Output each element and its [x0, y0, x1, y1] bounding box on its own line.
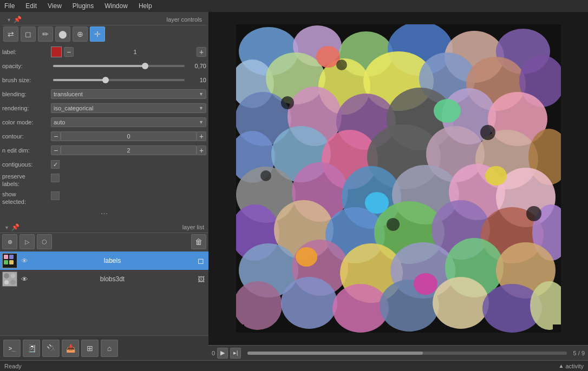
show-selected-container	[51, 190, 206, 200]
svg-point-7	[11, 274, 15, 278]
opacity-value: 0,70	[187, 63, 206, 69]
label-color-swatch[interactable]	[51, 47, 62, 57]
layer-item-labels[interactable]: 👁 labels ◻	[0, 251, 208, 270]
status-text: Ready	[4, 363, 22, 369]
blobs3dt-layer-name: blobs3dt	[31, 275, 193, 283]
label-decrement-btn[interactable]: −	[64, 47, 74, 57]
shuffle-tool-btn[interactable]: ⇄	[3, 27, 18, 42]
svg-point-69	[281, 96, 294, 109]
opacity-label: opacity:	[2, 63, 51, 69]
plugin-btn[interactable]: 🔌	[42, 340, 60, 357]
collapse-layers-btn[interactable]: ▾	[2, 223, 11, 231]
blending-container: translucent ▼	[51, 89, 206, 99]
svg-point-9	[10, 280, 16, 285]
n-edit-dim-increment-btn[interactable]: +	[197, 145, 206, 155]
menu-plugins[interactable]: Plugins	[70, 1, 96, 11]
delete-layer-btn[interactable]: 🗑	[191, 234, 206, 249]
color-mode-container: auto ▼	[51, 117, 206, 127]
fill-tool-btn[interactable]: ⬤	[55, 27, 70, 42]
svg-point-74	[526, 206, 541, 221]
tools-toolbar: ⇄ ◻ ✏ ⬤ ⊕ ✛	[2, 25, 206, 43]
picker-tool-btn[interactable]: ⊕	[73, 27, 88, 42]
contour-container: − 0 +	[51, 131, 206, 141]
svg-rect-2	[9, 255, 14, 259]
menu-view[interactable]: View	[45, 1, 64, 11]
layer-list-header: ▾ 📌 layer list	[0, 222, 208, 233]
grid-btn[interactable]: ⊞	[81, 340, 99, 357]
svg-rect-75	[236, 24, 244, 32]
svg-point-72	[387, 218, 400, 231]
menu-window[interactable]: Window	[102, 1, 130, 11]
console-btn[interactable]: >_	[3, 340, 21, 357]
contour-decrement-btn[interactable]: −	[51, 131, 61, 141]
activity-button[interactable]: ▲ activity	[558, 363, 584, 369]
rendering-dropdown[interactable]: iso_categorical ▼	[51, 103, 206, 113]
home-btn[interactable]: ⌂	[101, 340, 118, 357]
canvas-container[interactable]	[208, 12, 588, 345]
more-controls-dots[interactable]: ···	[2, 208, 206, 220]
timeline-scrubber[interactable]	[247, 352, 566, 355]
new-shapes-layer-btn[interactable]: ▷	[19, 234, 35, 249]
label-increment-btn[interactable]: +	[197, 47, 206, 57]
contour-increment-btn[interactable]: +	[197, 131, 206, 141]
svg-point-73	[260, 170, 271, 181]
blending-row: blending: translucent ▼	[2, 88, 206, 100]
new-labels-layer-btn[interactable]: ⬡	[37, 234, 52, 249]
blobs3dt-visibility-icon[interactable]: 👁	[19, 274, 29, 284]
preserve-labels-checkbox[interactable]	[51, 174, 60, 182]
blending-dropdown[interactable]: translucent ▼	[51, 89, 206, 99]
timeline-next-btn[interactable]: ▸|	[230, 348, 241, 359]
opacity-slider[interactable]	[53, 65, 185, 67]
new-points-layer-btn[interactable]: ⊕	[2, 234, 17, 249]
menu-edit[interactable]: Edit	[23, 1, 39, 11]
color-mode-dropdown[interactable]: auto ▼	[51, 117, 206, 127]
brush-size-value: 10	[187, 77, 206, 83]
rendering-value: iso_categorical	[54, 105, 93, 111]
contour-value: 0	[61, 131, 197, 141]
contiguous-checkbox[interactable]: ✓	[51, 160, 60, 169]
layer-list-title: layer list	[19, 224, 206, 230]
brush-size-container: 10	[51, 77, 206, 83]
menu-file[interactable]: File	[2, 1, 17, 11]
move-tool-btn[interactable]: ✛	[90, 27, 105, 42]
n-edit-dim-label: n edit dim:	[2, 147, 51, 154]
erase-tool-btn[interactable]: ◻	[21, 27, 36, 42]
color-mode-row: color mode: auto ▼	[2, 116, 206, 128]
contour-row: contour: − 0 +	[2, 130, 206, 142]
n-edit-dim-value: 2	[61, 145, 197, 155]
layer-controls-panel: ▾ 📌 layer controls ⇄ ◻ ✏ ⬤ ⊕ ✛ label: − …	[0, 12, 208, 222]
labels-visibility-icon[interactable]: 👁	[19, 256, 29, 266]
brush-size-label: brush size:	[2, 77, 51, 83]
timeline-play-btn[interactable]: ▶	[217, 348, 228, 359]
menu-help[interactable]: Help	[136, 1, 154, 11]
brush-size-slider[interactable]	[53, 79, 185, 81]
n-edit-dim-decrement-btn[interactable]: −	[51, 145, 61, 155]
preserve-labels-label: preservelabels:	[2, 173, 51, 188]
opacity-row: opacity: 0,70	[2, 60, 206, 72]
collapse-controls-btn[interactable]: ▾	[4, 15, 13, 24]
contiguous-label: contiguous:	[2, 161, 51, 168]
svg-point-60	[433, 277, 489, 329]
rendering-label: rendering:	[2, 105, 51, 111]
pin-layers-btn[interactable]: 📌	[11, 223, 19, 231]
layer-thumb-labels	[2, 253, 17, 268]
pin-controls-btn[interactable]: 📌	[13, 15, 22, 24]
notebook-btn[interactable]: 📓	[23, 340, 40, 357]
label-label: label:	[2, 49, 51, 55]
show-selected-checkbox[interactable]	[51, 191, 60, 200]
color-mode-value: auto	[54, 119, 65, 125]
layer-list-panel: ▾ 📌 layer list ⊕ ▷ ⬡ 🗑	[0, 222, 208, 335]
import-btn[interactable]: 📥	[62, 340, 79, 357]
color-mode-arrow-icon: ▼	[199, 120, 204, 125]
blending-value: translucent	[54, 91, 83, 97]
opacity-value-container: 0,70	[51, 63, 206, 69]
show-selected-row: showselected:	[2, 190, 206, 206]
pencil-tool-btn[interactable]: ✏	[38, 27, 53, 42]
svg-rect-1	[4, 255, 8, 259]
bottom-toolbar: >_ 📓 🔌 📥 ⊞ ⌂	[0, 335, 208, 360]
label-value: 1	[74, 49, 197, 55]
label-row: label: − 1 +	[2, 46, 206, 58]
timeline-frame-start: 0	[212, 350, 215, 356]
layer-item-blobs3dt[interactable]: 👁 blobs3dt 🖼	[0, 270, 208, 288]
svg-point-68	[414, 273, 437, 295]
